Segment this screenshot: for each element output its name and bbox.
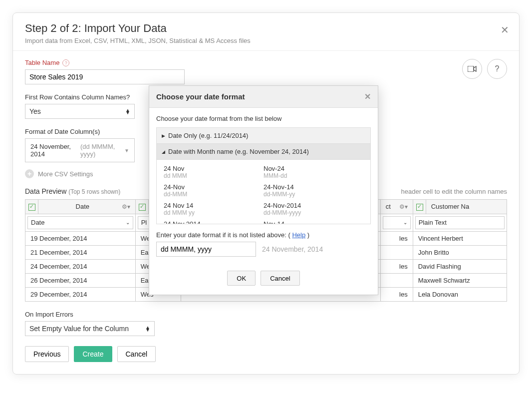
ok-button[interactable]: OK [227,271,256,286]
previous-button[interactable]: Previous [25,346,69,362]
format-option[interactable]: 24-Novdd-MMM [164,181,264,200]
modal-header: Choose your date format ✕ [149,86,378,108]
custom-format-preview: 24 November, 2014 [262,245,323,253]
page-subtitle: Import data from Excel, CSV, HTML, XML, … [25,37,507,44]
date-format-select[interactable]: 24 November, 2014 (dd MMMM, yyyy) ▼ [25,138,135,162]
date-format-modal: Choose your date format ✕ Choose your da… [149,85,378,295]
preview-hint: (Top 5 rows shown) [68,188,120,195]
format-group-date-only[interactable]: ▶ Date Only (e.g. 11/24/2014) [156,127,371,144]
help-button[interactable]: ? [487,59,507,79]
close-icon[interactable]: ✕ [364,92,371,101]
date-format-pattern: (dd MMMM, yyyy) [80,143,124,158]
plus-icon: + [25,169,34,178]
modal-title: Choose your date format [156,92,245,101]
type-select-date[interactable]: Date⌄ [27,216,133,229]
format-option[interactable]: 24 Nov 14dd MMM yy [164,200,264,218]
date-format-value: 24 November, 2014 [30,143,80,158]
more-csv-label: More CSV Settings [38,170,93,178]
custom-format-input[interactable] [156,242,256,257]
select-arrows-icon: ▲▼ [125,109,130,114]
modal-subtitle: Choose your date format from the list be… [156,115,371,122]
format-group-month-name[interactable]: ◢ Date with Month name (e.g. November 24… [156,143,371,160]
help-link[interactable]: Help [292,231,305,239]
custom-format-label: Enter your date format if it is not list… [156,231,371,239]
format-option[interactable]: Nov-24MMM-dd [264,163,363,181]
format-group-label: Date Only (e.g. 11/24/2014) [168,132,248,139]
close-icon[interactable]: ✕ [501,24,509,36]
preview-label: Data Preview (Top 5 rows shown) [25,187,120,195]
modal-actions: OK Cancel [149,264,378,295]
column-header-customer[interactable]: Customer Na [426,200,507,214]
cancel-button[interactable]: Cancel [117,346,156,362]
format-option[interactable]: 24 Novdd MMM [164,163,264,181]
dialog-header: Step 2 of 2: Import Your Data Import dat… [13,13,519,51]
triangle-down-icon: ◢ [162,149,165,154]
cancel-button[interactable]: Cancel [261,271,299,286]
column-header-date[interactable]: Date⚙▾ [38,200,135,214]
svg-rect-0 [468,66,474,72]
header-actions: ? [462,59,507,79]
errors-value: Set Empty Value for the Column [29,325,129,333]
column-header-partial[interactable]: ct⚙▾ [380,200,413,214]
preview-label-text: Data Preview [25,187,66,195]
video-button[interactable] [462,59,482,79]
column-checkbox[interactable] [25,200,38,214]
edit-column-hint: header cell to edit the column names [401,188,507,195]
errors-select[interactable]: Set Empty Value for the Column ▲▼ [25,321,155,336]
page-title: Step 2 of 2: Import Your Data [25,22,507,35]
format-group-label: Date with Month name (e.g. November 24, … [168,148,309,155]
gear-icon[interactable]: ⚙▾ [399,203,408,210]
table-name-input[interactable] [25,69,185,84]
first-row-select[interactable]: Yes ▲▼ [25,104,135,119]
column-checkbox[interactable] [413,200,426,214]
first-row-value: Yes [29,107,41,115]
format-option[interactable]: 24-Nov-14dd-MMM-yy [264,181,363,200]
help-icon[interactable]: ? [62,59,69,66]
table-name-label: Table Name ? [25,59,507,66]
type-select-customer[interactable]: Plain Text [415,216,505,229]
table-name-section: Table Name ? [25,59,507,84]
chevron-down-icon: ▼ [124,148,129,153]
format-option[interactable]: 24-Nov-2014dd-MMM-yyyy [264,200,363,218]
column-checkbox[interactable] [135,200,148,214]
type-select-partial[interactable]: ⌄ [383,216,411,229]
gear-icon[interactable]: ⚙▾ [122,203,130,210]
format-option[interactable]: 24 Nov 2014dd MMM yyyy [164,218,264,224]
modal-body: Choose your date format from the list be… [149,108,378,264]
create-button[interactable]: Create [74,346,112,362]
errors-label: On Import Errors [25,311,507,318]
triangle-right-icon: ▶ [162,133,165,138]
format-list[interactable]: 24 Novdd MMM Nov-24MMM-dd 24-Novdd-MMM 2… [156,159,371,224]
format-option[interactable]: Nov-14MMM yy [264,218,363,224]
dialog-actions: Previous Create Cancel [25,346,507,362]
table-name-label-text: Table Name [25,59,59,66]
select-arrows-icon: ▲▼ [145,326,150,331]
errors-section: On Import Errors Set Empty Value for the… [25,311,507,336]
